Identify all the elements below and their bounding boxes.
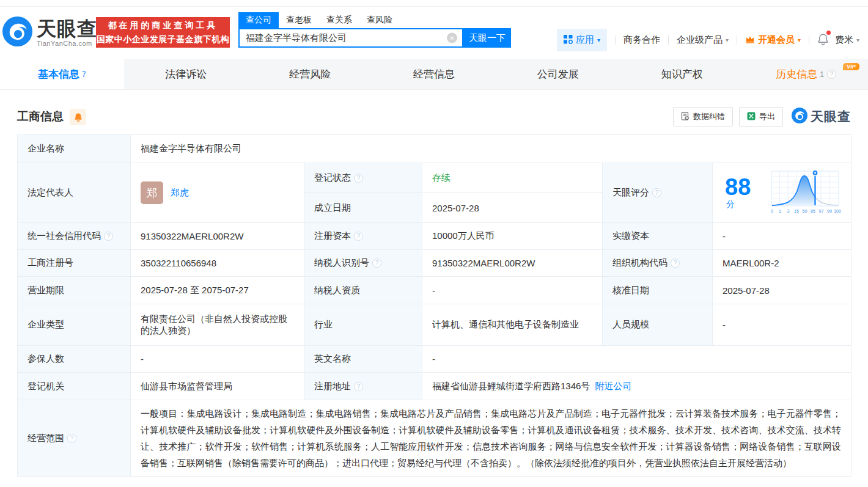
reg-capital-value: 10000万人民币 bbox=[422, 223, 603, 250]
chevron-down-icon: ▾ bbox=[726, 37, 729, 43]
svg-text:100: 100 bbox=[834, 209, 841, 213]
field-label: 经营范围? bbox=[18, 400, 131, 477]
help-icon[interactable]: ? bbox=[104, 232, 113, 241]
tab-basic-info[interactable]: 基本信息 7 bbox=[0, 59, 124, 89]
industry-value: 计算机、通信和其他电子设备制造业 bbox=[422, 304, 603, 346]
reg-number-value: 350322110656948 bbox=[131, 250, 304, 277]
search-tab-company[interactable]: 查公司 bbox=[238, 12, 279, 28]
tab-intellectual-property[interactable]: 知识产权 bbox=[620, 59, 744, 89]
tianyancha-swirl-icon bbox=[2, 16, 32, 49]
promo-banner: 都在用的商业查询工具 国家中小企业发展子基金旗下机构 bbox=[96, 17, 230, 48]
brand-name: 天眼查 bbox=[37, 18, 97, 39]
business-scope-value: 一般项目：集成电路设计；集成电路制造；集成电路销售；集成电路芯片及产品销售；集成… bbox=[141, 405, 841, 471]
tab-operation-risk[interactable]: 经营风险 bbox=[248, 59, 372, 89]
english-name-value: - bbox=[422, 346, 851, 373]
tab-legal-litigation[interactable]: 法律诉讼 bbox=[124, 59, 248, 89]
crown-icon bbox=[745, 35, 755, 45]
tianyancha-swirl-icon bbox=[792, 108, 807, 126]
help-icon[interactable]: ? bbox=[652, 188, 661, 197]
table-row: 法定代表人 郑 郑虎 登记状态? 存续 天眼评分? 88分 bbox=[18, 163, 851, 193]
notification-dot bbox=[826, 31, 831, 35]
data-correction-button[interactable]: 数据纠错 bbox=[673, 107, 733, 126]
table-row: 参保人数 - 英文名称 - bbox=[18, 346, 851, 373]
nearby-companies-link[interactable]: 附近公司 bbox=[595, 381, 631, 391]
top-divider bbox=[0, 0, 868, 7]
help-icon[interactable]: ? bbox=[827, 70, 836, 79]
divider bbox=[809, 35, 809, 45]
tab-count: 7 bbox=[82, 70, 86, 79]
score-unit: 分 bbox=[726, 199, 735, 209]
subscribe-bell-icon[interactable] bbox=[70, 109, 86, 125]
excel-export-icon bbox=[747, 112, 756, 122]
tab-operation-info[interactable]: 经营信息 bbox=[372, 59, 496, 89]
tab-history-info[interactable]: VIP 历史信息 1 ? bbox=[744, 59, 868, 89]
help-icon[interactable]: ? bbox=[372, 258, 381, 268]
help-icon[interactable]: ? bbox=[354, 174, 363, 183]
field-label: 注册地址? bbox=[304, 373, 422, 400]
credit-code-value: 91350322MAERL00R2W bbox=[131, 223, 304, 250]
correction-doc-icon bbox=[681, 112, 690, 122]
section-header: 工商信息 数据纠错 bbox=[17, 107, 851, 126]
field-label: 天眼评分? bbox=[603, 163, 713, 223]
brand-domain: TianYanCha.com bbox=[37, 40, 97, 47]
field-label: 纳税人资质 bbox=[304, 277, 422, 304]
taxpayer-id-value: 91350322MAERL00R2W bbox=[422, 250, 603, 277]
field-label: 登记机关 bbox=[18, 373, 131, 400]
insured-count-value: - bbox=[131, 346, 304, 373]
table-row: 营业期限 2025-07-28 至 2075-07-27 纳税人资质 - 核准日… bbox=[18, 277, 851, 304]
approval-date-value: 2025-07-28 bbox=[713, 277, 851, 304]
company-name-value: 福建金字半导体有限公司 bbox=[131, 135, 851, 163]
vip-badge: VIP bbox=[843, 63, 859, 70]
staff-size-value: - bbox=[713, 304, 851, 346]
tab-company-development[interactable]: 公司发展 bbox=[496, 59, 620, 89]
username: 费米 bbox=[835, 34, 853, 46]
business-scope-cell: 一般项目：集成电路设计；集成电路制造；集成电路销售；集成电路芯片及产品销售；集成… bbox=[131, 400, 851, 477]
svg-text:15: 15 bbox=[794, 209, 799, 213]
field-label: 营业期限 bbox=[18, 277, 131, 304]
avatar[interactable]: 郑 bbox=[141, 181, 163, 204]
field-label: 行业 bbox=[304, 304, 422, 346]
search-input[interactable] bbox=[240, 29, 462, 46]
business-term-value: 2025-07-28 至 2075-07-27 bbox=[131, 277, 304, 304]
field-label: 实缴资本 bbox=[603, 223, 713, 250]
promo-line2: 国家中小企业发展子基金旗下机构 bbox=[96, 32, 230, 46]
reg-authority-value: 仙游县市场监督管理局 bbox=[131, 373, 304, 400]
business-cooperation-link[interactable]: 商务合作 bbox=[623, 34, 660, 46]
divider bbox=[737, 35, 737, 45]
header-nav: 应用 ▾ 商务合作 企业级产品 ▾ 开通会员 ▾ bbox=[557, 29, 859, 51]
svg-text:3: 3 bbox=[787, 209, 790, 213]
notifications-bell-icon[interactable] bbox=[817, 33, 829, 47]
help-icon[interactable]: ? bbox=[67, 434, 76, 443]
search-tab-risk[interactable]: 查风险 bbox=[359, 12, 400, 28]
divider bbox=[668, 35, 669, 45]
table-row: 登记机关 仙游县市场监督管理局 注册地址? 福建省仙游县鲤城街道学府西路1346… bbox=[18, 373, 851, 400]
help-icon[interactable]: ? bbox=[354, 382, 363, 391]
enterprise-products-menu[interactable]: 企业级产品 ▾ bbox=[677, 34, 729, 46]
score-distribution-chart: 0 1 3 15 50 85 97 99 100 bbox=[769, 168, 841, 218]
export-button[interactable]: 导出 bbox=[739, 107, 783, 126]
legal-rep-cell: 郑 郑虎 bbox=[131, 163, 304, 223]
apps-menu[interactable]: 应用 ▾ bbox=[557, 29, 607, 51]
apps-label: 应用 bbox=[576, 34, 594, 46]
clear-search-icon[interactable]: ✕ bbox=[447, 33, 457, 43]
help-icon[interactable]: ? bbox=[671, 258, 680, 268]
search-button[interactable]: 天眼一下 bbox=[463, 28, 511, 48]
establish-date-value: 2025-07-28 bbox=[422, 193, 603, 223]
open-vip-menu[interactable]: 开通会员 ▾ bbox=[745, 34, 801, 46]
header-search: 查公司 查老板 查关系 查风险 ✕ 天眼一下 bbox=[238, 12, 511, 48]
legal-rep-link[interactable]: 郑虎 bbox=[171, 187, 189, 199]
field-label: 企业类型 bbox=[18, 304, 131, 346]
business-info-table: 企业名称 福建金字半导体有限公司 法定代表人 郑 郑虎 登记状态? 存续 天眼评… bbox=[17, 134, 851, 477]
field-label: 法定代表人 bbox=[18, 163, 131, 223]
search-tab-relation[interactable]: 查关系 bbox=[319, 12, 359, 28]
taxpayer-quality-value: - bbox=[422, 277, 603, 304]
help-icon[interactable]: ? bbox=[354, 232, 363, 241]
field-label: 纳税人识别号? bbox=[304, 250, 422, 277]
svg-text:0: 0 bbox=[771, 209, 773, 213]
user-menu[interactable]: 费米 ▾ bbox=[835, 34, 859, 46]
site-logo[interactable]: 天眼查 TianYanCha.com bbox=[2, 16, 97, 49]
search-tab-boss[interactable]: 查老板 bbox=[279, 12, 319, 28]
site-header: 天眼查 TianYanCha.com 都在用的商业查询工具 国家中小企业发展子基… bbox=[0, 7, 868, 59]
section-title: 工商信息 bbox=[17, 109, 64, 125]
field-label: 企业名称 bbox=[18, 135, 131, 163]
